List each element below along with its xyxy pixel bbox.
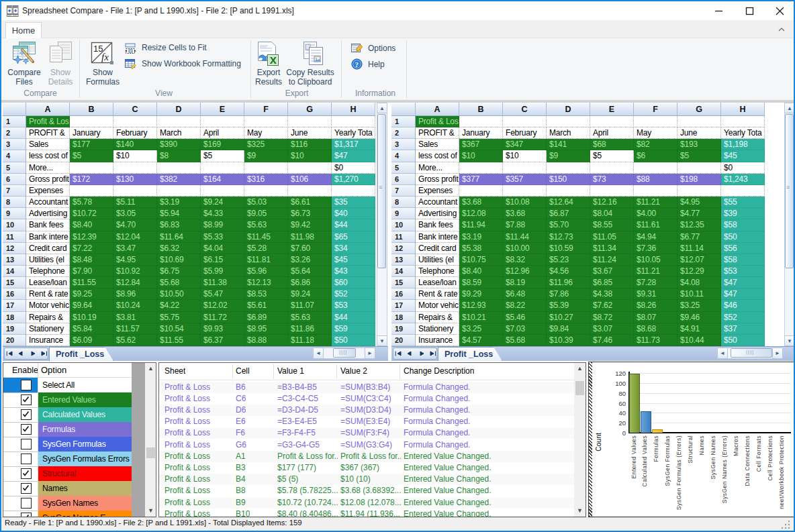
svg-text:?: ? (355, 60, 359, 68)
svg-text:fx: fx (101, 52, 109, 62)
